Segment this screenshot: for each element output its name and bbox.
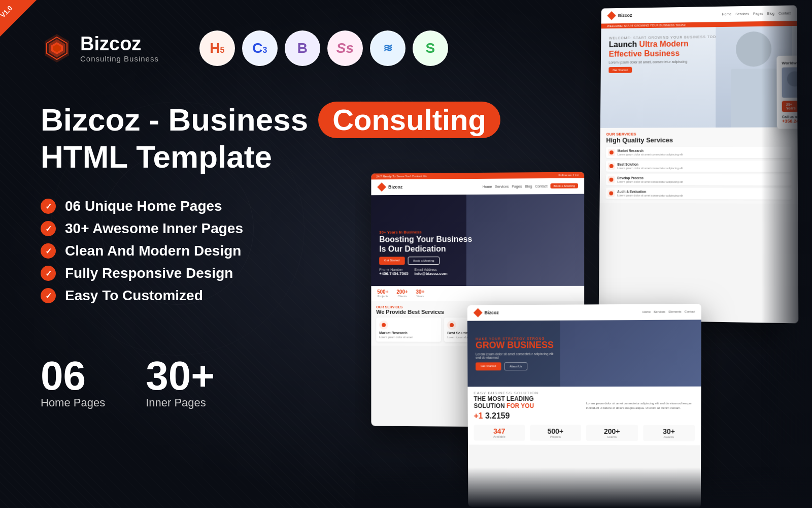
logo-subtitle: Consulting Business bbox=[80, 54, 159, 63]
mock2-logo-icon bbox=[377, 182, 386, 192]
mock2-cta2[interactable]: Book a Meeting bbox=[408, 257, 439, 265]
mock2-card-1: Market Research Lorem ipsum dolor sit am… bbox=[376, 318, 441, 342]
headline-prefix: Bizcoz - Business bbox=[41, 103, 308, 137]
mock3-logo-text: Bizcoz bbox=[485, 310, 499, 315]
mock3-logo: Bizcoz bbox=[473, 308, 499, 317]
mock3-hero-text: MAKE YOUR STRATEGY STRONG GROW BUSINESS … bbox=[476, 337, 556, 370]
logo-icon bbox=[41, 32, 73, 65]
mock3-solution-main: THE MOST LEADINGSOLUTION FOR YOU bbox=[473, 395, 581, 409]
mock3-cta2[interactable]: About Us bbox=[504, 362, 527, 370]
feature-item: ✓ 06 Unique Home Pages bbox=[41, 198, 243, 214]
mock2-logo-text: Bizcoz bbox=[388, 184, 402, 189]
mock2-hero-content: 30+ Years In Business Boosting Your Busi… bbox=[379, 230, 472, 276]
mock2-phone: +456.7454.7565 bbox=[379, 271, 408, 276]
mock3-phone: +1 3.2159 bbox=[474, 411, 581, 421]
stat-block-inner: 30+ Inner Pages bbox=[146, 356, 215, 409]
features-list: ✓ 06 Unique Home Pages ✓ 30+ Awesome Inn… bbox=[41, 198, 243, 304]
feature-text-4: Fully Responsive Design bbox=[65, 265, 233, 281]
mock2-logo: Bizcoz bbox=[377, 182, 402, 192]
tech-badge-sketch: S bbox=[413, 30, 448, 66]
tech-badge-framework: ≋ bbox=[370, 30, 405, 66]
headline-line2: HTML Template bbox=[41, 138, 500, 176]
feature-text-2: 30+ Awesome Inner Pages bbox=[65, 220, 243, 237]
tech-badges: H5 C3 B Ss ≋ S bbox=[199, 30, 448, 66]
logo-text-area: Bizcoz Consulting Business bbox=[80, 34, 159, 64]
logo-title: Bizcoz bbox=[80, 34, 159, 55]
mock3-hero: MAKE YOUR STRATEGY STRONG GROW BUSINESS … bbox=[467, 320, 701, 387]
mock1-logo-text: Bizcoz bbox=[618, 13, 632, 18]
main-headline: Bizcoz - Business Consulting HTML Templa… bbox=[41, 102, 500, 176]
stats-area: 06 Home Pages 30+ Inner Pages bbox=[41, 356, 215, 409]
mock2-hero-title2: Is Our Dedication bbox=[379, 244, 472, 254]
tech-badge-css: C3 bbox=[242, 30, 278, 66]
tech-badge-sass: Ss bbox=[327, 30, 363, 66]
mock2-stats-bar: 500+ Projects 200+ Clients 30+ Years bbox=[371, 286, 584, 301]
header: Bizcoz Consulting Business H5 C3 B Ss ≋ … bbox=[41, 30, 448, 66]
feature-item: ✓ Fully Responsive Design bbox=[41, 265, 243, 281]
check-icon-1: ✓ bbox=[41, 199, 56, 214]
mock2-navbar: Bizcoz Home Services Pages Blog Contact … bbox=[371, 178, 584, 196]
mock2-hero-title: Boosting Your Business bbox=[379, 234, 472, 244]
mock3-navbar: Bizcoz Home Services Elements Contact bbox=[467, 304, 701, 321]
stat-block-home: 06 Home Pages bbox=[41, 356, 105, 409]
stat-number-home: 06 bbox=[41, 356, 105, 396]
check-icon-4: ✓ bbox=[41, 266, 56, 281]
tech-badge-html: H5 bbox=[199, 30, 235, 66]
logo-area: Bizcoz Consulting Business bbox=[41, 32, 159, 65]
feature-item: ✓ Clean And Modern Design bbox=[41, 243, 243, 259]
mock3-logo-icon bbox=[473, 308, 483, 318]
feature-item: ✓ Easy To Customized bbox=[41, 288, 243, 304]
mock3-hero-title: GROW BUSINESS bbox=[476, 340, 556, 351]
mock2-meeting-btn[interactable]: Book a Meeting bbox=[551, 183, 578, 188]
check-icon-2: ✓ bbox=[41, 221, 56, 236]
mock1-logo: Bizcoz bbox=[607, 11, 632, 20]
check-icon-3: ✓ bbox=[41, 243, 56, 259]
headline-line1: Bizcoz - Business Consulting bbox=[41, 102, 500, 138]
bottom-fade bbox=[355, 467, 812, 508]
mockups-container: Bizcoz Home Services Pages Blog Contact … bbox=[355, 0, 812, 508]
consulting-badge: Consulting bbox=[318, 102, 500, 138]
mock3-solution-title: EASY BUSINESS SOLUTION bbox=[473, 391, 581, 395]
mock2-cta1[interactable]: Get Started bbox=[379, 257, 404, 265]
mock3-solution-section: EASY BUSINESS SOLUTION THE MOST LEADINGS… bbox=[468, 387, 701, 446]
mock1-logo-icon bbox=[607, 11, 616, 20]
feature-text-1: 06 Unique Home Pages bbox=[65, 198, 222, 214]
feature-text-3: Clean And Modern Design bbox=[65, 243, 241, 259]
feature-item: ✓ 30+ Awesome Inner Pages bbox=[41, 220, 243, 237]
check-icon-5: ✓ bbox=[41, 288, 56, 303]
mock1-cta-btn[interactable]: Get Started bbox=[608, 67, 632, 73]
mock2-hero: 30+ Years In Business Boosting Your Busi… bbox=[371, 194, 584, 286]
version-label: V1.0 bbox=[0, 4, 14, 19]
stat-label-home: Home Pages bbox=[41, 396, 105, 409]
stat-label-inner: Inner Pages bbox=[146, 396, 215, 409]
mock3-cta1[interactable]: Get Started bbox=[476, 362, 501, 370]
right-fade bbox=[761, 0, 812, 508]
tech-badge-bootstrap: B bbox=[285, 30, 320, 66]
feature-text-5: Easy To Customized bbox=[65, 288, 203, 304]
stat-number-inner: 30+ bbox=[146, 356, 215, 396]
